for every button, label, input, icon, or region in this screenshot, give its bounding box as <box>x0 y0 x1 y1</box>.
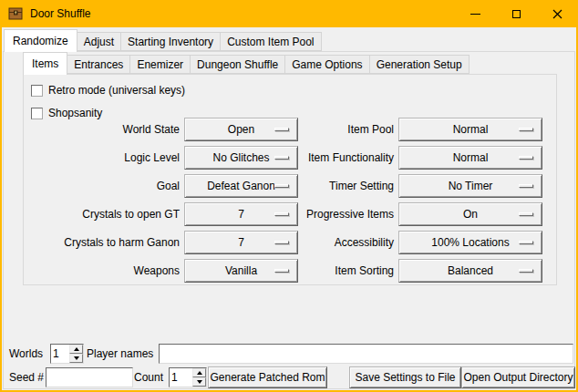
worlds-spin-up-button[interactable] <box>69 345 83 354</box>
arrow-up-icon <box>74 347 79 351</box>
retro-mode-checkbox-row: Retro mode (universal keys) <box>31 83 185 98</box>
crystals-open-gt-dropdown[interactable]: 7 <box>184 202 298 226</box>
world-state-dropdown[interactable]: Open <box>184 118 298 141</box>
weapons-dropdown[interactable]: Vanilla <box>184 259 298 283</box>
tab-custom-item-pool[interactable]: Custom Item Pool <box>220 32 321 51</box>
arrow-down-icon <box>74 356 79 360</box>
window-body: Randomize Adjust Starting Inventory Cust… <box>2 27 576 390</box>
tab-starting-inventory[interactable]: Starting Inventory <box>120 32 221 51</box>
save-settings-button[interactable]: Save Settings to File <box>349 366 461 388</box>
dropdown-indicator-icon <box>274 156 289 160</box>
item-pool-dropdown[interactable]: Normal <box>398 118 542 141</box>
seed-label: Seed # <box>9 367 44 387</box>
worlds-spin-buttons <box>69 345 83 363</box>
progressive-items-dropdown[interactable]: On <box>398 202 542 226</box>
open-output-directory-button[interactable]: Open Output Directory <box>461 366 575 388</box>
crystals-harm-ganon-dropdown[interactable]: 7 <box>184 231 298 254</box>
weapons-label: Weapons <box>26 259 180 283</box>
dropdown-indicator-icon <box>274 269 289 273</box>
item-sorting-dropdown[interactable]: Balanced <box>398 259 542 283</box>
minimize-button[interactable] <box>455 0 496 27</box>
retro-mode-label: Retro mode (universal keys) <box>48 84 185 97</box>
treasure-chest-icon <box>8 6 23 21</box>
retro-mode-checkbox[interactable] <box>31 85 43 97</box>
randomize-page: Items Entrances Enemizer Dungeon Shuffle… <box>3 51 575 389</box>
dropdown-indicator-icon <box>274 212 289 216</box>
accessibility-dropdown[interactable]: 100% Locations <box>398 231 542 254</box>
count-label: Count <box>134 367 163 387</box>
timer-setting-dropdown[interactable]: No Timer <box>398 174 542 198</box>
window-title: Door Shuffle <box>30 7 91 20</box>
dropdown-indicator-icon <box>519 269 533 273</box>
dropdown-indicator-icon <box>519 212 533 216</box>
timer-setting-label: Timer Setting <box>297 174 394 198</box>
dropdown-indicator-icon <box>274 128 289 131</box>
maximize-button[interactable] <box>496 0 537 27</box>
dropdown-indicator-icon <box>519 184 533 188</box>
seed-input[interactable] <box>46 367 133 387</box>
outer-tab-bar: Randomize Adjust Starting Inventory Cust… <box>4 29 322 52</box>
item-sorting-label: Item Sorting <box>297 259 394 283</box>
crystals-harm-ganon-label: Crystals to harm Ganon <box>26 231 180 254</box>
dropdown-indicator-icon <box>274 241 289 244</box>
player-names-input[interactable] <box>159 344 573 364</box>
worlds-label: Worlds <box>9 344 43 364</box>
generate-patched-rom-button[interactable]: Generate Patched Rom <box>208 366 327 388</box>
door-shuffle-window: { "window": { "title": "Door Shuffle", "… <box>0 0 578 392</box>
tab-entrances[interactable]: Entrances <box>67 55 130 74</box>
logic-level-dropdown[interactable]: No Glitches <box>184 146 298 170</box>
accessibility-label: Accessibility <box>297 231 394 254</box>
worlds-input[interactable] <box>51 345 69 363</box>
goal-label: Goal <box>26 174 180 198</box>
dropdown-indicator-icon <box>274 184 289 188</box>
arrow-up-icon <box>197 371 202 375</box>
item-functionality-dropdown[interactable]: Normal <box>398 146 542 170</box>
tab-dungeon-shuffle[interactable]: Dungeon Shuffle <box>190 55 285 74</box>
count-spinbox <box>169 367 207 387</box>
tab-game-options[interactable]: Game Options <box>284 55 369 74</box>
tab-adjust[interactable]: Adjust <box>77 32 121 51</box>
worlds-spinbox <box>50 344 84 364</box>
dropdown-indicator-icon <box>519 241 533 244</box>
count-input[interactable] <box>170 368 192 387</box>
player-names-label: Player names <box>87 344 153 364</box>
window-controls <box>455 0 578 27</box>
worlds-spin-down-button[interactable] <box>69 354 83 363</box>
tab-generation-setup[interactable]: Generation Setup <box>369 55 470 74</box>
tab-enemizer[interactable]: Enemizer <box>129 55 191 74</box>
tab-items[interactable]: Items <box>23 52 67 75</box>
progressive-items-label: Progressive Items <box>297 202 394 226</box>
close-button[interactable] <box>537 0 578 27</box>
logic-level-label: Logic Level <box>26 146 180 170</box>
count-spin-down-button[interactable] <box>192 377 206 387</box>
world-state-label: World State <box>26 118 180 141</box>
tab-randomize[interactable]: Randomize <box>4 29 77 52</box>
item-functionality-label: Item Functionality <box>297 146 394 170</box>
goal-dropdown[interactable]: Defeat Ganon <box>184 174 298 198</box>
item-pool-label: Item Pool <box>297 118 394 141</box>
titlebar[interactable]: Door Shuffle <box>0 0 578 27</box>
close-icon <box>552 9 563 19</box>
crystals-open-gt-label: Crystals to open GT <box>26 202 180 226</box>
count-spin-up-button[interactable] <box>192 368 206 377</box>
inner-tab-bar: Items Entrances Enemizer Dungeon Shuffle… <box>23 52 470 75</box>
arrow-down-icon <box>197 380 202 384</box>
minimize-icon <box>470 14 480 15</box>
count-spin-buttons <box>192 368 206 387</box>
dropdown-indicator-icon <box>519 128 533 131</box>
maximize-icon <box>512 10 521 18</box>
dropdown-indicator-icon <box>519 156 533 160</box>
items-page: Retro mode (universal keys) Shopsanity W… <box>23 74 557 285</box>
